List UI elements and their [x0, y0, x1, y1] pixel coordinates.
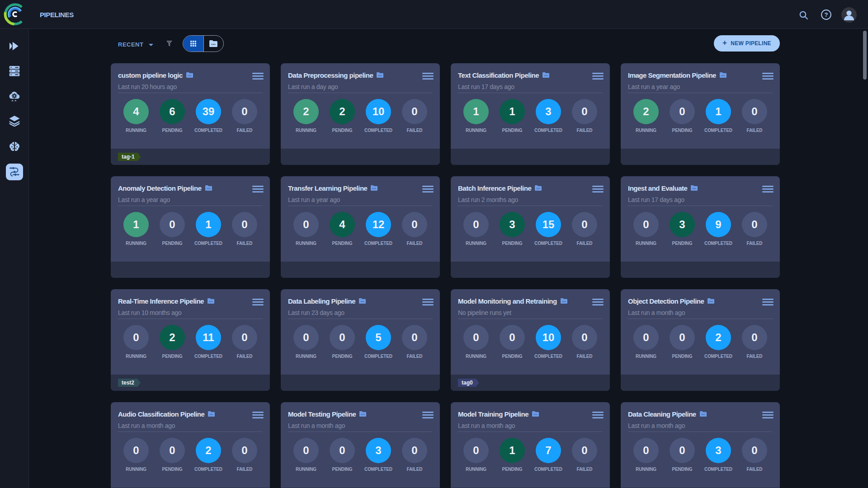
- svg-text:?: ?: [825, 11, 828, 18]
